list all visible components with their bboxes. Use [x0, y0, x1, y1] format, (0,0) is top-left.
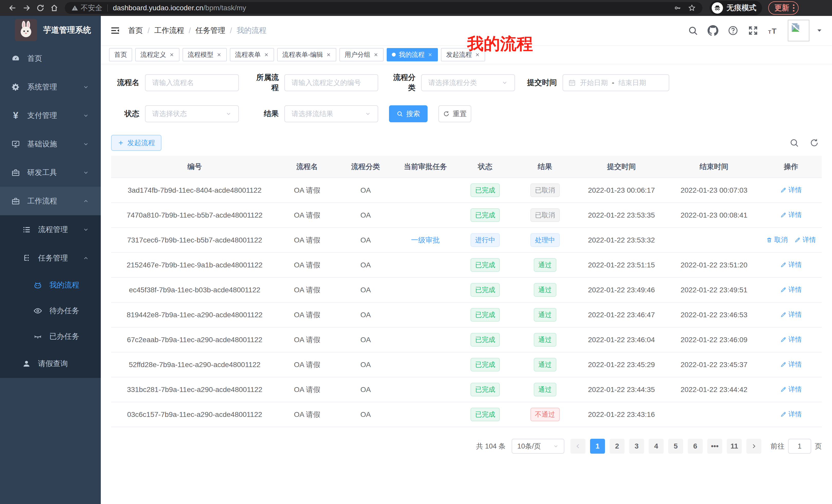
search-icon[interactable]	[687, 25, 698, 36]
result-cell: 通过	[515, 283, 575, 297]
sidebar-item-6[interactable]: 流程管理	[0, 215, 101, 244]
end-time-cell: 2022-01-23 00:07:03	[668, 186, 760, 194]
address-bar[interactable]: 不安全 dashboard.yudao.iocoder.cn /bpm/task…	[65, 2, 702, 14]
tab-0[interactable]: 首页	[109, 48, 132, 61]
prev-page-button[interactable]	[571, 439, 586, 454]
incognito-label: 无痕模式	[727, 3, 756, 13]
category-label: 流程分类	[389, 73, 415, 93]
column-header-4: 状态	[456, 162, 515, 172]
detail-action-link[interactable]: 详情	[780, 360, 802, 369]
submit-time-range-picker[interactable]: 开始日期 - 结束日期	[563, 74, 669, 91]
goto-label: 前往	[771, 442, 784, 451]
result-select[interactable]: 请选择流结果	[284, 105, 378, 122]
close-icon[interactable]	[216, 52, 222, 57]
tab-5[interactable]: 用户分组	[339, 48, 384, 61]
page-size-select[interactable]: 10条/页	[512, 439, 564, 454]
tab-2[interactable]: 流程模型	[183, 48, 227, 61]
search-button[interactable]: 搜索	[389, 105, 427, 122]
sidebar-item-10[interactable]: 已办任务	[0, 324, 101, 349]
status-select[interactable]: 请选择状态	[145, 105, 239, 122]
browser-menu-icon[interactable]	[793, 4, 795, 11]
tab-1[interactable]: 流程定义	[135, 48, 179, 61]
close-icon[interactable]	[326, 52, 331, 57]
detail-action-link[interactable]: 详情	[780, 335, 802, 344]
browser-update-button[interactable]: 更新	[768, 1, 799, 15]
close-icon[interactable]	[373, 52, 379, 57]
process-id-cell: 2152467e-7b9b-11ec-9a1b-acde48001122	[111, 261, 278, 269]
category-select[interactable]: 请选择流程分类	[421, 74, 515, 91]
page-button-4[interactable]: 4	[649, 439, 664, 454]
page-button-11[interactable]: 11	[727, 439, 742, 454]
reset-button[interactable]: 重置	[438, 105, 471, 122]
page-button-5[interactable]: 5	[668, 439, 683, 454]
chevron-down-icon[interactable]	[816, 27, 823, 34]
close-icon[interactable]	[427, 52, 433, 57]
not-secure-warning[interactable]: 不安全	[72, 3, 102, 13]
refresh-list-icon[interactable]	[809, 138, 819, 148]
url-path: /bpm/task/my	[203, 4, 246, 12]
browser-home-icon[interactable]	[47, 1, 61, 15]
breadcrumb-current: 我的流程	[237, 25, 266, 36]
sidebar-item-7[interactable]: 任务管理	[0, 244, 101, 272]
sidebar-item-11[interactable]: 请假查询	[0, 349, 101, 378]
sidebar-collapse-icon[interactable]	[110, 25, 120, 36]
browser-back-icon[interactable]	[6, 1, 20, 15]
detail-action-link[interactable]: 详情	[795, 235, 816, 244]
create-process-button[interactable]: 发起流程	[111, 135, 161, 151]
detail-action-link[interactable]: 详情	[780, 186, 802, 194]
help-icon[interactable]	[728, 25, 738, 36]
sidebar-item-1[interactable]: 系统管理	[0, 73, 101, 101]
github-icon[interactable]	[707, 25, 718, 36]
sidebar-item-0[interactable]: 首页	[0, 44, 101, 73]
password-key-icon[interactable]	[674, 4, 681, 12]
page-button-2[interactable]: 2	[609, 439, 625, 454]
page-button-1[interactable]: 1	[590, 439, 605, 454]
tab-6[interactable]: 我的流程	[387, 48, 438, 61]
detail-action-link[interactable]: 详情	[780, 385, 802, 394]
detail-action-link[interactable]: 详情	[780, 260, 802, 269]
chevron-down-icon	[83, 113, 89, 119]
more-pages-button[interactable]: •••	[707, 439, 722, 454]
process-name-label: 流程名	[111, 78, 139, 88]
sidebar-item-4[interactable]: 研发工具	[0, 158, 101, 187]
chevron-down-icon	[83, 170, 89, 176]
breadcrumb-home[interactable]: 首页	[128, 25, 143, 36]
page-button-6[interactable]: 6	[688, 439, 703, 454]
breadcrumb-task-mgmt[interactable]: 任务管理	[196, 25, 225, 36]
avatar[interactable]	[788, 20, 809, 41]
parent-process-input[interactable]	[284, 74, 378, 91]
bookmark-star-icon[interactable]	[688, 4, 696, 12]
close-icon[interactable]	[264, 52, 269, 57]
close-icon[interactable]	[169, 52, 174, 57]
page-button-3[interactable]: 3	[629, 439, 644, 454]
sidebar-item-5[interactable]: 工作流程	[0, 187, 101, 215]
fullscreen-icon[interactable]	[748, 25, 758, 36]
font-size-icon[interactable]: TT	[768, 25, 779, 36]
detail-action-link[interactable]: 详情	[780, 211, 802, 219]
sidebar-item-2[interactable]: ¥支付管理	[0, 101, 101, 130]
process-name-cell: OA 请假	[278, 211, 336, 220]
detail-action-link[interactable]: 详情	[780, 310, 802, 319]
detail-action-link[interactable]: 详情	[780, 285, 802, 294]
process-name-cell: OA 请假	[278, 186, 336, 195]
breadcrumb-workflow[interactable]: 工作流程	[154, 25, 184, 36]
browser-forward-icon[interactable]	[20, 1, 33, 15]
next-page-button[interactable]	[746, 439, 761, 454]
close-icon[interactable]	[475, 52, 480, 57]
current-task-link[interactable]: 一级审批	[411, 236, 440, 244]
sidebar-item-9[interactable]: 待办任务	[0, 298, 101, 324]
cancel-action-link[interactable]: 取消	[766, 235, 788, 244]
table-row: 2152467e-7b9b-11ec-9a1b-acde48001122OA 请…	[111, 253, 822, 278]
toggle-search-icon[interactable]	[789, 138, 799, 148]
tab-3[interactable]: 流程表单	[230, 48, 274, 61]
sidebar-item-8[interactable]: 我的流程	[0, 272, 101, 298]
process-name-input[interactable]	[145, 74, 239, 91]
process-category-cell: OA	[336, 211, 395, 219]
sidebar-logo[interactable]: 芋道管理系统	[0, 16, 101, 44]
toolbox-icon	[11, 168, 21, 177]
detail-action-link[interactable]: 详情	[780, 410, 802, 419]
browser-reload-icon[interactable]	[33, 1, 47, 15]
sidebar-item-3[interactable]: 基础设施	[0, 130, 101, 158]
goto-page-input[interactable]	[788, 439, 811, 454]
tab-4[interactable]: 流程表单-编辑	[277, 48, 336, 61]
